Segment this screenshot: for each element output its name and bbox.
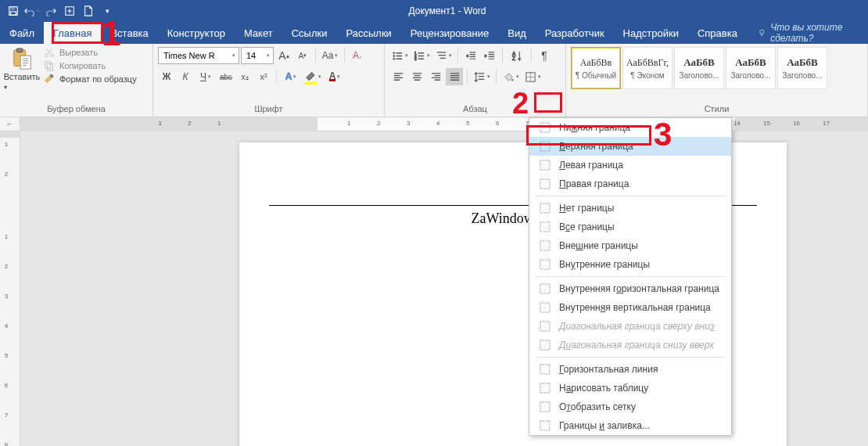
sort-icon: AZ bbox=[511, 50, 523, 62]
touch-mode-icon[interactable] bbox=[61, 2, 78, 20]
font-name-combo[interactable]: Times New R▾ bbox=[158, 47, 239, 64]
shading-button[interactable]: ▾ bbox=[500, 68, 521, 85]
borders-menu-item[interactable]: Внешние границы bbox=[529, 236, 731, 255]
borders-menu-item[interactable]: Левая граница bbox=[529, 156, 731, 174]
tab-mailings[interactable]: Рассылки bbox=[336, 22, 400, 44]
indent-icon bbox=[484, 50, 496, 62]
svg-rect-28 bbox=[540, 241, 550, 250]
ribbon-tabs: Файл Главная Вставка Конструктор Макет С… bbox=[0, 22, 868, 44]
scissors-icon bbox=[44, 47, 55, 58]
align-left-button[interactable] bbox=[389, 68, 407, 85]
new-doc-icon[interactable] bbox=[80, 2, 97, 20]
highlight-button[interactable]: ▾ bbox=[303, 68, 323, 85]
underline-button[interactable]: Ч▾ bbox=[195, 68, 216, 85]
line-spacing-button[interactable]: ▾ bbox=[472, 68, 492, 85]
font-color-button[interactable]: A▾ bbox=[325, 68, 345, 85]
align-center-button[interactable] bbox=[408, 68, 425, 85]
borders-menu-item: Диагональная граница снизу вверх bbox=[529, 336, 731, 354]
style-normal[interactable]: АаБбВв¶ Обычный bbox=[571, 47, 621, 89]
borders-menu-item: Диагональная граница сверху вниз bbox=[529, 317, 731, 336]
copy-button[interactable]: Копировать bbox=[44, 60, 137, 71]
multilevel-button[interactable]: ▾ bbox=[433, 47, 454, 64]
redo-icon[interactable] bbox=[42, 2, 59, 20]
font-size-combo[interactable]: 14▾ bbox=[241, 47, 274, 64]
paste-button[interactable]: Вставить▾ bbox=[5, 47, 39, 91]
style-heading-3[interactable]: АаБбВЗаголово... bbox=[777, 47, 827, 89]
horizontal-ruler[interactable]: 3211234567891011121314151617 bbox=[20, 117, 868, 131]
borders-menu-item[interactable]: Внутренние границы bbox=[529, 255, 731, 274]
borders-button[interactable]: ▾ bbox=[522, 68, 543, 85]
increase-indent-button[interactable] bbox=[481, 47, 498, 64]
superscript-button[interactable]: x² bbox=[255, 68, 272, 85]
format-painter-button[interactable]: Формат по образцу bbox=[44, 74, 137, 85]
bold-button[interactable]: Ж bbox=[158, 68, 175, 85]
italic-button[interactable]: К bbox=[177, 68, 194, 85]
line-spacing-icon bbox=[474, 71, 486, 83]
style-econom[interactable]: АаБбВвГг,¶ Эконом bbox=[622, 47, 673, 89]
sort-button[interactable]: AZ bbox=[507, 47, 527, 64]
tab-addins[interactable]: Надстройки bbox=[614, 22, 688, 44]
copy-icon bbox=[44, 60, 55, 71]
borders-menu-item[interactable]: Нижняя граница bbox=[529, 118, 731, 137]
text-effects-button[interactable]: A▾ bbox=[281, 68, 301, 85]
svg-rect-2 bbox=[11, 12, 16, 15]
group-styles: АаБбВв¶ Обычный АаБбВвГг,¶ Эконом АаБбВЗ… bbox=[566, 44, 868, 117]
borders-menu-item[interactable]: Отобразить сетку bbox=[529, 397, 731, 416]
tab-review[interactable]: Рецензирование bbox=[401, 22, 498, 44]
numbering-button[interactable]: 123▾ bbox=[411, 47, 432, 64]
cut-button[interactable]: Вырезать bbox=[44, 47, 137, 58]
svg-rect-33 bbox=[540, 340, 550, 350]
save-icon[interactable] bbox=[5, 2, 22, 20]
borders-menu-item[interactable]: Внутренняя вертикальная граница bbox=[529, 298, 731, 317]
borders-menu-item[interactable]: Верхняя граница bbox=[529, 137, 731, 156]
tab-home[interactable]: Главная bbox=[44, 22, 101, 44]
borders-menu-item[interactable]: Внутренняя горизонтальная граница bbox=[529, 279, 731, 298]
vertical-ruler[interactable]: 21123456789 bbox=[0, 117, 20, 446]
undo-icon[interactable]: ▾ bbox=[23, 2, 41, 20]
svg-rect-23 bbox=[540, 142, 550, 151]
strikethrough-button[interactable]: abc bbox=[217, 68, 235, 85]
svg-rect-35 bbox=[540, 383, 550, 393]
justify-icon bbox=[449, 71, 461, 83]
decrease-indent-button[interactable] bbox=[462, 47, 479, 64]
borders-menu-item[interactable]: Горизонтальная линия bbox=[529, 360, 731, 379]
group-paragraph: ▾ 123▾ ▾ AZ ¶ ▾ ▾ ▾ bbox=[385, 44, 566, 117]
qat-customize-icon[interactable]: ▾ bbox=[99, 2, 116, 20]
borders-icon bbox=[525, 71, 536, 83]
style-heading-1[interactable]: АаБбВЗаголово... bbox=[674, 47, 724, 89]
tab-view[interactable]: Вид bbox=[498, 22, 536, 44]
tab-insert[interactable]: Вставка bbox=[101, 22, 157, 44]
change-case-button[interactable]: Aa▾ bbox=[320, 47, 340, 64]
subscript-button[interactable]: x₂ bbox=[236, 68, 253, 85]
tab-developer[interactable]: Разработчик bbox=[536, 22, 614, 44]
tab-layout[interactable]: Макет bbox=[235, 22, 282, 44]
style-heading-2[interactable]: АаБбВЗаголово... bbox=[726, 47, 776, 89]
show-marks-button[interactable]: ¶ bbox=[536, 47, 553, 64]
justify-button[interactable] bbox=[446, 68, 463, 85]
tab-references[interactable]: Ссылки bbox=[282, 22, 337, 44]
document-canvas[interactable]: ZaWindows.ru bbox=[20, 131, 868, 446]
svg-text:Z: Z bbox=[511, 56, 515, 61]
bucket-icon bbox=[503, 71, 515, 83]
borders-menu-item[interactable]: Границы и заливка... bbox=[529, 416, 731, 435]
tab-design[interactable]: Конструктор bbox=[158, 22, 235, 44]
shrink-font-button[interactable]: A▾ bbox=[294, 47, 311, 64]
borders-menu-item[interactable]: Все границы bbox=[529, 218, 731, 236]
bullets-button[interactable]: ▾ bbox=[389, 47, 410, 64]
quick-access-toolbar: ▾ ▾ bbox=[0, 2, 120, 20]
svg-point-13 bbox=[393, 55, 394, 56]
tab-file[interactable]: Файл bbox=[0, 22, 44, 44]
align-right-button[interactable] bbox=[427, 68, 444, 85]
tell-me-search[interactable]: Что вы хотите сделать? bbox=[747, 22, 868, 44]
group-font: Times New R▾ 14▾ A▴ A▾ Aa▾ Aₓ Ж К Ч▾ abc… bbox=[153, 44, 385, 117]
clear-formatting-button[interactable]: Aₓ bbox=[349, 47, 366, 64]
borders-menu-item[interactable]: Правая граница bbox=[529, 174, 731, 193]
tab-help[interactable]: Справка bbox=[688, 22, 747, 44]
tab-selector[interactable]: ⌐ bbox=[0, 117, 20, 131]
multilevel-icon bbox=[436, 50, 447, 62]
grow-font-button[interactable]: A▴ bbox=[275, 47, 292, 64]
borders-menu-item[interactable]: Нарисовать таблицу bbox=[529, 379, 731, 397]
svg-rect-24 bbox=[540, 160, 550, 170]
paste-icon bbox=[10, 47, 34, 70]
borders-menu-item[interactable]: Нет границы bbox=[529, 199, 731, 218]
